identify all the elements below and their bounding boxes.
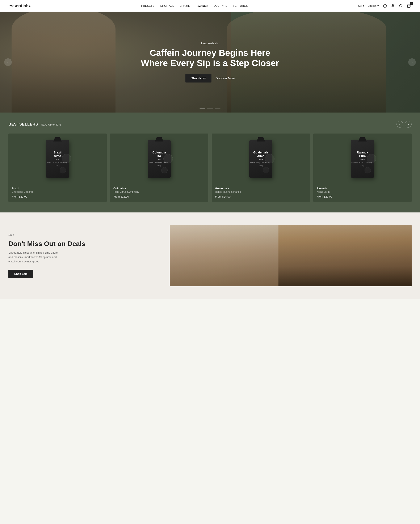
sale-title: Don't Miss Out on Deals xyxy=(9,240,86,248)
sale-tag: Sale xyxy=(9,234,14,236)
coffee-bag: ColumbiaIto ★★ White Chocolate, Hazel...… xyxy=(148,140,171,178)
cart-count: 0 xyxy=(410,2,413,5)
product-name: Honey Huehuetenango xyxy=(215,190,306,193)
info-icon xyxy=(383,4,387,8)
hero-dot-2[interactable] xyxy=(207,109,213,109)
bag-stars: ★★ xyxy=(56,159,59,161)
nav-link-journal[interactable]: JOURNAL xyxy=(214,4,227,7)
navigation: essentials. PRESETS SHOP ALL BRAZIL RWAN… xyxy=(0,0,420,12)
section-title: BESTSELLERS xyxy=(9,122,38,127)
bag-name: ColumbiaIto xyxy=(152,151,166,158)
hero-next-button[interactable]: › xyxy=(408,58,416,66)
coffee-bag: RwandaPura ★★★ Coconut Rum, Chocolate...… xyxy=(351,140,374,178)
nav-icons: 0 xyxy=(382,3,411,9)
help-button[interactable] xyxy=(382,3,388,9)
nav-link-features[interactable]: FEATURES xyxy=(233,4,248,7)
coffee-bag: GuatemalaAlmo ★★★ Maple syrup, Pecan, Mi… xyxy=(249,140,272,178)
bag-stars: ★★★ xyxy=(360,159,365,161)
section-arrows: ‹ › xyxy=(396,121,411,128)
products-prev-button[interactable]: ‹ xyxy=(396,121,403,128)
bag-circle-2 xyxy=(263,167,269,173)
discover-more-button[interactable]: Discover More xyxy=(216,77,235,80)
bag-name: RwandaPura xyxy=(357,151,368,158)
nav-link-rwanda[interactable]: RWANDA xyxy=(196,4,208,7)
svg-point-4 xyxy=(399,4,402,7)
chevron-down-icon: ▾ xyxy=(363,4,364,7)
product-region: Rwanda xyxy=(317,187,408,190)
product-card[interactable]: RwandaPura ★★★ Coconut Rum, Chocolate...… xyxy=(313,133,411,202)
bag-notes: Coconut Rum, Chocolate... xyxy=(351,161,374,164)
sale-section: Sale Don't Miss Out on Deals Unbeatable … xyxy=(0,212,420,299)
bag-weight: 250g xyxy=(360,165,364,167)
chevron-down-icon: ▾ xyxy=(377,4,379,7)
bag-circle-2 xyxy=(161,167,167,173)
nav-link-shop-all[interactable]: SHOP ALL xyxy=(160,4,174,7)
hero-section: New Arrivals Caffein Journey Begins Here… xyxy=(0,12,420,113)
shop-sale-button[interactable]: Shop Sale xyxy=(9,270,33,278)
product-price: From $22.00 xyxy=(12,195,103,198)
hero-dot-1[interactable] xyxy=(200,109,205,109)
product-name: Huila Citrus Symphony xyxy=(114,190,205,193)
hero-dots xyxy=(200,109,220,109)
product-region: Columbia xyxy=(114,187,205,190)
sale-image xyxy=(170,225,411,286)
product-price: From $20.00 xyxy=(317,195,408,198)
sale-description: Unbeatable discounts, limited-time offer… xyxy=(9,251,59,264)
bag-circle-2 xyxy=(365,167,371,173)
product-price: From $24.00 xyxy=(215,195,306,198)
bag-stars: ★★ xyxy=(158,159,161,161)
search-icon xyxy=(399,4,403,8)
account-button[interactable] xyxy=(390,3,396,9)
nav-link-presets[interactable]: PRESETS xyxy=(141,4,154,7)
user-icon xyxy=(391,4,395,8)
hero-tag: New Arrivals xyxy=(141,42,279,45)
product-info: Brazil Chocolate Caparaó From $22.00 xyxy=(9,184,107,202)
language-selector[interactable]: English ▾ xyxy=(368,4,379,7)
bag-name: BrazilSieto xyxy=(53,151,61,158)
sale-overlay xyxy=(170,225,411,286)
bag-weight: 250g xyxy=(259,165,263,167)
hero-dot-3[interactable] xyxy=(215,109,220,109)
product-region: Brazil xyxy=(12,187,103,190)
country-selector[interactable]: CA ▾ xyxy=(358,4,364,7)
product-info: Columbia Huila Citrus Symphony From $26.… xyxy=(110,184,208,202)
product-image-wrap: ColumbiaIto ★★ White Chocolate, Hazel...… xyxy=(110,133,208,184)
bestsellers-section: BESTSELLERS Save Up to 40% ‹ › BrazilSie… xyxy=(0,113,420,212)
coffee-bag: BrazilSieto ★★ Nuts, Cacao, Chocolate...… xyxy=(46,140,69,178)
bag-circle-2 xyxy=(60,167,66,173)
bag-notes: Nuts, Cacao, Chocolate... xyxy=(47,161,69,164)
product-image-wrap: GuatemalaAlmo ★★★ Maple syrup, Pecan, Mi… xyxy=(212,133,310,184)
product-image-wrap: BrazilSieto ★★ Nuts, Cacao, Chocolate...… xyxy=(9,133,107,184)
hero-title: Caffein Journey Begins Here Where Every … xyxy=(141,48,279,68)
bag-stars: ★★★ xyxy=(259,159,263,161)
product-info: Rwanda Kigali Citrus From $20.00 xyxy=(313,184,411,202)
bag-notes: Maple syrup, Pecan, Mi... xyxy=(250,161,271,164)
nav-right: CA ▾ English ▾ 0 xyxy=(358,3,411,9)
bag-weight: 500g xyxy=(56,165,60,167)
product-name: Chocolate Caparaó xyxy=(12,190,103,193)
logo[interactable]: essentials. xyxy=(9,3,31,9)
search-button[interactable] xyxy=(398,3,404,9)
product-price: From $26.00 xyxy=(114,195,205,198)
section-header: BESTSELLERS Save Up to 40% ‹ › xyxy=(9,121,411,128)
hero-content: New Arrivals Caffein Journey Begins Here… xyxy=(137,42,283,82)
section-title-wrap: BESTSELLERS Save Up to 40% xyxy=(9,122,61,127)
hero-actions: Shop Now Discover More xyxy=(141,74,279,82)
cart-button[interactable]: 0 xyxy=(406,3,411,9)
svg-line-5 xyxy=(402,7,402,7)
bag-weight: 250g xyxy=(157,165,161,167)
hero-prev-button[interactable]: ‹ xyxy=(4,58,12,66)
product-card[interactable]: BrazilSieto ★★ Nuts, Cacao, Chocolate...… xyxy=(9,133,107,202)
product-card[interactable]: GuatemalaAlmo ★★★ Maple syrup, Pecan, Mi… xyxy=(212,133,310,202)
product-region: Guatemala xyxy=(215,187,306,190)
products-grid: BrazilSieto ★★ Nuts, Cacao, Chocolate...… xyxy=(9,133,411,202)
product-card[interactable]: ColumbiaIto ★★ White Chocolate, Hazel...… xyxy=(110,133,208,202)
shop-now-button[interactable]: Shop Now xyxy=(185,74,211,82)
nav-link-brazil[interactable]: BRAZIL xyxy=(180,4,190,7)
section-subtitle: Save Up to 40% xyxy=(41,123,61,126)
bag-notes: White Chocolate, Hazel... xyxy=(149,161,170,164)
products-next-button[interactable]: › xyxy=(405,121,411,128)
language-label: English xyxy=(368,4,376,7)
product-info: Guatemala Honey Huehuetenango From $24.0… xyxy=(212,184,310,202)
bag-name: GuatemalaAlmo xyxy=(253,151,268,158)
